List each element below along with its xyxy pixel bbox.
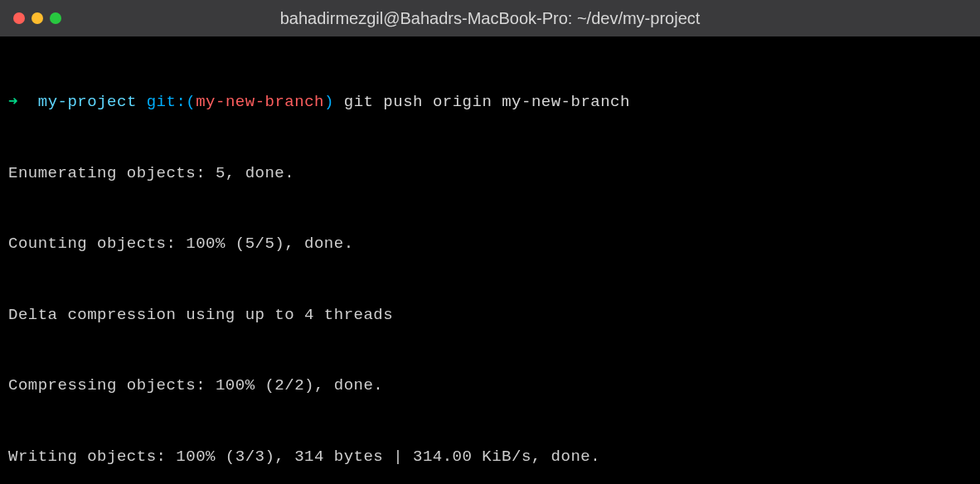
prompt-line-1: ➜ my-project git:(my-new-branch) git pus… (8, 90, 972, 114)
command-text: git push origin my-new-branch (344, 93, 630, 111)
minimize-button[interactable] (32, 12, 43, 24)
terminal-area[interactable]: ➜ my-project git:(my-new-branch) git pus… (0, 36, 980, 484)
prompt-dir: my-project (38, 93, 137, 111)
window-title: bahadirmezgil@Bahadrs-MacBook-Pro: ~/dev… (280, 6, 701, 31)
output-line: Compressing objects: 100% (2/2), done. (8, 374, 972, 398)
window-controls (13, 12, 61, 24)
paren-close: ) (324, 93, 334, 111)
git-label: git: (147, 93, 187, 111)
git-branch: my-new-branch (196, 93, 324, 111)
window-titlebar: bahadirmezgil@Bahadrs-MacBook-Pro: ~/dev… (0, 0, 980, 36)
output-line: Counting objects: 100% (5/5), done. (8, 232, 972, 256)
maximize-button[interactable] (50, 12, 61, 24)
output-line: Writing objects: 100% (3/3), 314 bytes |… (8, 445, 972, 469)
output-line: Delta compression using up to 4 threads (8, 303, 972, 327)
output-line: Enumerating objects: 5, done. (8, 162, 972, 186)
close-button[interactable] (13, 12, 25, 24)
paren-open: ( (186, 93, 196, 111)
prompt-arrow-icon: ➜ (8, 93, 18, 111)
